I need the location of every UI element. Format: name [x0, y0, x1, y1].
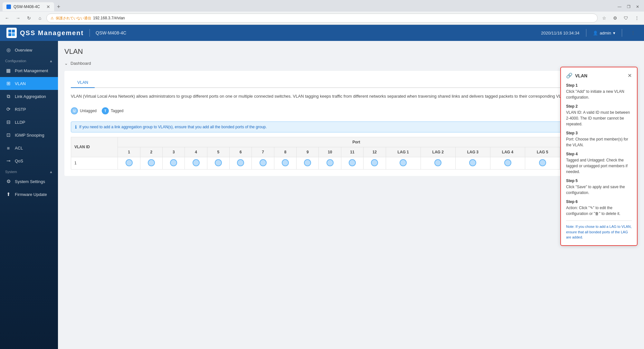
info-bar: ℹ If you need to add a link aggregation …	[71, 121, 631, 132]
port-cell-13	[386, 157, 421, 169]
header-menu-button[interactable]: ⋮	[629, 28, 638, 37]
more-button[interactable]: ⋮	[632, 14, 641, 23]
th-port-2: 2	[140, 147, 162, 157]
sidebar-item-label-qos: QoS	[15, 159, 23, 163]
port-badge[interactable]	[469, 159, 476, 166]
port-cell-12	[364, 157, 386, 169]
breadcrumb: ⌄ Dashboard	[64, 61, 638, 66]
port-management-icon: ▦	[5, 67, 12, 74]
sidebar-item-label-igmp: IGMP Snooping	[15, 133, 44, 138]
address-text: 192.168.3.7/#/vlan	[93, 16, 125, 20]
port-badge[interactable]	[504, 159, 511, 166]
device-name: QSW-M408-4C	[96, 30, 126, 35]
sidebar-item-system-settings[interactable]: ⚙ System Settings	[0, 175, 58, 188]
security-warning-text: 保護されていない通信	[56, 16, 91, 21]
port-badge[interactable]	[215, 159, 222, 166]
sidebar-item-port-management[interactable]: ▦ Port Management	[0, 64, 58, 77]
qos-icon: ⊸	[5, 158, 12, 164]
reload-button[interactable]: ↻	[24, 14, 33, 23]
tab-vlan[interactable]: VLAN	[71, 77, 95, 88]
back-button[interactable]: ←	[3, 14, 12, 23]
username: admin	[600, 31, 611, 35]
untagged-label: Untagged	[80, 109, 97, 113]
sidebar-item-rstp[interactable]: ⟳ RSTP	[0, 103, 58, 116]
sidebar-item-igmp-snooping[interactable]: ⊡ IGMP Snooping	[0, 129, 58, 141]
th-port-LAG 2: LAG 2	[421, 147, 455, 157]
port-cell-4	[185, 157, 207, 169]
port-cell-7	[252, 157, 274, 169]
app-container: ◎ Overview Configuration ▲ ▦ Port Manage…	[0, 41, 644, 349]
extensions-button[interactable]: ⚙	[611, 14, 620, 23]
app-title: QSS Management	[20, 29, 84, 37]
help-step: Step 1Click "Add" to initiate a new VLAN…	[566, 83, 632, 100]
sidebar-item-link-aggregation[interactable]: ⧉ Link Aggregation	[0, 90, 58, 103]
shield-button[interactable]: 🛡	[621, 14, 630, 23]
breadcrumb-chevron: ⌄	[64, 61, 68, 66]
port-badge[interactable]	[349, 159, 356, 166]
minimize-button[interactable]: —	[616, 3, 623, 11]
port-badge[interactable]	[371, 159, 378, 166]
help-step-title: Step 1	[566, 83, 632, 88]
browser-tabs-bar: QSW-M408-4C ✕ + — ❐ ✕	[0, 0, 644, 12]
untagged-badge: U	[71, 107, 78, 114]
forward-button[interactable]: →	[14, 14, 23, 23]
sidebar-item-vlan[interactable]: ⊞ VLAN	[0, 77, 58, 90]
th-port-LAG 3: LAG 3	[455, 147, 490, 157]
vlan-id-cell: 1	[71, 157, 118, 169]
port-badge[interactable]	[400, 159, 407, 166]
browser-chrome: QSW-M408-4C ✕ + — ❐ ✕ ← → ↻ ⌂ ⚠ 保護されていない…	[0, 0, 644, 25]
home-button[interactable]: ⌂	[35, 14, 44, 23]
port-badge[interactable]	[539, 159, 546, 166]
port-badge[interactable]	[193, 159, 200, 166]
browser-tab-active[interactable]: QSW-M408-4C ✕	[3, 2, 54, 11]
address-bar[interactable]: ⚠ 保護されていない通信 192.168.3.7/#/vlan	[46, 14, 598, 23]
help-panel-close-button[interactable]: ✕	[628, 73, 632, 79]
maximize-button[interactable]: ❐	[625, 3, 632, 11]
th-port-group: Port	[118, 137, 595, 147]
port-badge[interactable]	[148, 159, 155, 166]
user-menu[interactable]: 👤 admin ▾	[593, 31, 615, 35]
tab-close-button[interactable]: ✕	[46, 4, 50, 9]
port-badge[interactable]	[304, 159, 311, 166]
port-badge[interactable]	[237, 159, 244, 166]
close-button[interactable]: ✕	[634, 3, 641, 11]
port-cell-3	[163, 157, 185, 169]
sidebar-item-acl[interactable]: ≡ ACL	[0, 141, 58, 154]
sidebar-item-firmware-update[interactable]: ⬆ Firmware Update	[0, 188, 58, 201]
sidebar-item-label-system-settings: System Settings	[15, 179, 45, 184]
svg-rect-0	[8, 30, 11, 33]
port-badge[interactable]	[434, 159, 441, 166]
sidebar-item-label-port-management: Port Management	[15, 68, 48, 73]
port-badge[interactable]	[260, 159, 267, 166]
sidebar-item-overview[interactable]: ◎ Overview	[0, 44, 58, 56]
sidebar-item-qos[interactable]: ⊸ QoS	[0, 154, 58, 167]
igmp-icon: ⊡	[5, 132, 12, 138]
th-port-7: 7	[252, 147, 274, 157]
tab-favicon	[6, 5, 11, 9]
port-cell-5	[207, 157, 229, 169]
svg-rect-3	[12, 33, 15, 36]
browser-address-row: ← → ↻ ⌂ ⚠ 保護されていない通信 192.168.3.7/#/vlan …	[0, 12, 644, 24]
vlan-table: VLAN ID Port Action 123456789101112LAG 1…	[71, 137, 631, 170]
port-badge[interactable]	[327, 159, 334, 166]
port-badge[interactable]	[170, 159, 177, 166]
lldp-icon: ⊟	[5, 119, 12, 125]
help-note: Note: If you chose to add a LAG to VLAN,…	[566, 220, 632, 240]
sidebar-item-lldp[interactable]: ⊟ LLDP	[0, 116, 58, 129]
th-port-8: 8	[274, 147, 296, 157]
th-port-11: 11	[341, 147, 363, 157]
rstp-icon: ⟳	[5, 106, 12, 112]
sidebar-item-label-overview: Overview	[15, 48, 32, 53]
sidebar-item-label-acl: ACL	[15, 146, 23, 150]
help-step: Step 5Click "Save" to apply and save the…	[566, 179, 632, 196]
port-badge[interactable]	[282, 159, 289, 166]
new-tab-button[interactable]: +	[54, 2, 63, 11]
table-row: 1✎🗑	[71, 157, 631, 169]
content-card: VLAN VLAN (Virtual Local Area Network) a…	[64, 71, 638, 176]
th-port-LAG 1: LAG 1	[386, 147, 421, 157]
bookmark-button[interactable]: ☆	[600, 14, 609, 23]
th-port-4: 4	[185, 147, 207, 157]
port-badge[interactable]	[126, 159, 133, 166]
th-vlan-id: VLAN ID	[71, 137, 118, 157]
help-panel-header: 🔗 VLAN ✕	[566, 73, 632, 79]
